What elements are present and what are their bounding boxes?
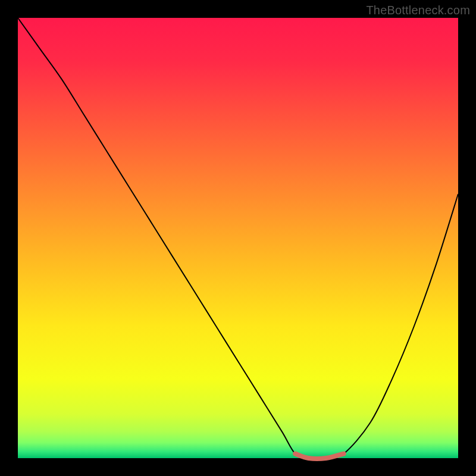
plot-background bbox=[18, 18, 458, 458]
chart-container: TheBottleneck.com bbox=[0, 0, 476, 476]
bottleneck-chart bbox=[0, 0, 476, 476]
watermark-text: TheBottleneck.com bbox=[366, 4, 470, 17]
